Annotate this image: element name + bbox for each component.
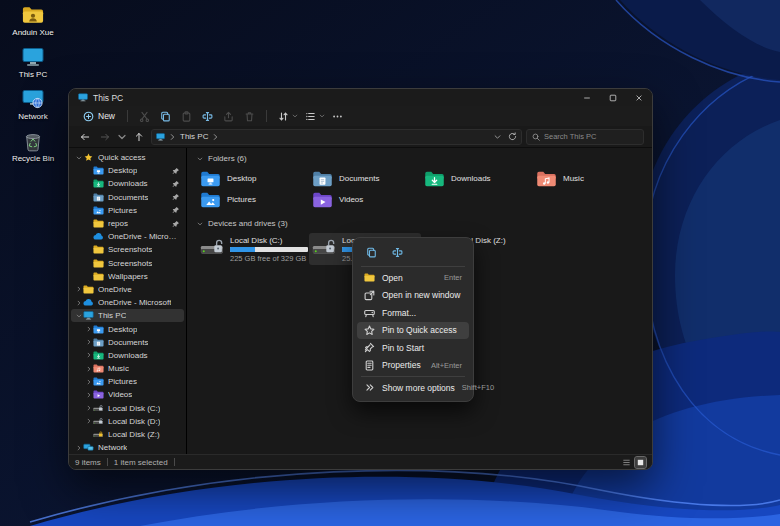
desktop-icon-anduin-xue[interactable]: Anduin Xue [4, 4, 62, 37]
chevron-right-icon[interactable] [85, 378, 93, 386]
this-pc-icon [156, 133, 165, 141]
view-button[interactable] [300, 108, 321, 124]
address-dropdown-icon[interactable] [493, 133, 502, 141]
drives-section-header[interactable]: Devices and drives (3) [197, 217, 652, 230]
sidebar-item-label: Screenshots [108, 245, 152, 254]
rename-button[interactable] [197, 108, 218, 124]
sidebar-item-network[interactable]: Network [71, 441, 184, 454]
sidebar-item-local-disk-d[interactable]: Local Disk (D:) [71, 415, 184, 428]
folders-section-header[interactable]: Folders (6) [197, 152, 652, 165]
more-button[interactable] [327, 108, 348, 124]
sidebar-item-local-disk-c[interactable]: Local Disk (C:) [71, 402, 184, 415]
breadcrumb[interactable]: This PC [151, 129, 522, 145]
chevron-down-icon[interactable] [75, 312, 83, 320]
open-folder-icon [364, 272, 375, 283]
sidebar-item-screenshots[interactable]: Screenshots [71, 243, 184, 256]
sidebar-item-onedrive-microsoft[interactable]: OneDrive - Microsoft [71, 230, 184, 243]
forward-button[interactable] [97, 129, 113, 145]
sidebar-item-quick-access[interactable]: Quick access [71, 151, 184, 164]
folder-tile-downloads[interactable]: Downloads [421, 168, 533, 189]
chevron-right-icon[interactable] [85, 391, 93, 399]
sidebar-item-local-disk-z[interactable]: Local Disk (Z:) [71, 428, 184, 441]
chevron-right-icon[interactable] [85, 417, 93, 425]
sidebar-item-repos[interactable]: repos [71, 217, 184, 230]
menu-item-pin-to-quick-access[interactable]: Pin to Quick access [357, 322, 469, 340]
close-button[interactable] [626, 89, 652, 106]
chevron-right-icon[interactable] [75, 285, 83, 293]
sidebar-item-pictures[interactable]: Pictures [71, 204, 184, 217]
chevron-right-icon[interactable] [85, 338, 93, 346]
desktop-icon-network[interactable]: Network [4, 88, 62, 121]
history-chevron-button[interactable] [117, 129, 127, 145]
properties-icon [364, 360, 375, 371]
sidebar-item-documents[interactable]: Documents [71, 191, 184, 204]
menu-item-open[interactable]: OpenEnter [357, 269, 469, 287]
sidebar-item-onedrive[interactable]: OneDrive [71, 283, 184, 296]
folder-plain-icon [93, 259, 104, 268]
sort-button[interactable] [273, 108, 294, 124]
status-item-count: 9 items [75, 458, 101, 467]
breadcrumb-item[interactable]: This PC [180, 132, 208, 141]
chevron-spacer [85, 180, 93, 188]
minimize-button[interactable] [574, 89, 600, 106]
sidebar-item-label: Network [98, 443, 127, 452]
details-view-button[interactable] [621, 457, 632, 468]
delete-button[interactable] [239, 108, 260, 124]
menu-item-format[interactable]: Format... [357, 304, 469, 322]
sidebar-item-label: Documents [108, 338, 148, 347]
pin-outline-icon [364, 342, 375, 353]
folder-tile-music[interactable]: Music [533, 168, 645, 189]
chevron-right-icon[interactable] [85, 365, 93, 373]
sidebar-item-screenshots[interactable]: Screenshots [71, 257, 184, 270]
chevron-down-icon[interactable] [75, 154, 83, 162]
paste-button[interactable] [176, 108, 197, 124]
sidebar-item-label: Desktop [108, 325, 137, 334]
large-icons-view-button[interactable] [635, 457, 646, 468]
menu-item-open-in-new-window[interactable]: Open in new window [357, 287, 469, 305]
up-button[interactable] [131, 129, 147, 145]
menu-item-properties[interactable]: PropertiesAlt+Enter [357, 357, 469, 375]
star-icon [83, 153, 94, 162]
menu-item-show-more-options[interactable]: Show more optionsShift+F10 [357, 379, 469, 397]
copy-button[interactable] [155, 108, 176, 124]
sidebar-item-onedrive-microsoft[interactable]: OneDrive - Microsoft [71, 296, 184, 309]
sidebar-item-label: Videos [108, 390, 132, 399]
share-button[interactable] [218, 108, 239, 124]
chevron-right-icon[interactable] [85, 404, 93, 412]
sidebar-item-wallpapers[interactable]: Wallpapers [71, 270, 184, 283]
back-button[interactable] [77, 129, 93, 145]
folder-tile-desktop[interactable]: Desktop [197, 168, 309, 189]
quick-copy-button[interactable] [363, 245, 379, 260]
chevron-right-icon[interactable] [75, 299, 83, 307]
chevron-right-icon[interactable] [85, 351, 93, 359]
drive-tile-local-disk-c[interactable]: Local Disk (C:)225 GB free of 329 GB [197, 233, 309, 265]
desktop-icon-this-pc[interactable]: This PC [4, 46, 62, 79]
refresh-icon[interactable] [508, 132, 517, 141]
folder-tile-videos[interactable]: Videos [309, 189, 421, 210]
sidebar-item-label: Documents [108, 193, 148, 202]
folder-videos-icon [312, 192, 333, 208]
sidebar-item-desktop[interactable]: Desktop [71, 164, 184, 177]
sidebar-item-desktop[interactable]: Desktop [71, 322, 184, 335]
sidebar-item-this-pc[interactable]: This PC [71, 309, 184, 322]
search-input[interactable] [544, 132, 638, 141]
quick-rename-button[interactable] [389, 245, 405, 260]
sidebar-item-videos[interactable]: Videos [71, 388, 184, 401]
chevron-right-icon[interactable] [85, 325, 93, 333]
cut-button[interactable] [134, 108, 155, 124]
chevron-right-icon[interactable] [75, 444, 83, 452]
sidebar-item-pictures[interactable]: Pictures [71, 375, 184, 388]
new-button[interactable]: New [77, 109, 121, 124]
sidebar-item-downloads[interactable]: Downloads [71, 349, 184, 362]
sidebar-item-music[interactable]: Music [71, 362, 184, 375]
desktop-icon-recycle-bin[interactable]: Recycle Bin [4, 130, 62, 163]
maximize-button[interactable] [600, 89, 626, 106]
folder-tile-documents[interactable]: Documents [309, 168, 421, 189]
sidebar-item-documents[interactable]: Documents [71, 336, 184, 349]
window-title: This PC [93, 93, 123, 103]
folder-tile-pictures[interactable]: Pictures [197, 189, 309, 210]
titlebar[interactable]: This PC [69, 89, 652, 106]
sidebar-item-downloads[interactable]: Downloads [71, 177, 184, 190]
search-icon [532, 133, 540, 141]
menu-item-pin-to-start[interactable]: Pin to Start [357, 339, 469, 357]
